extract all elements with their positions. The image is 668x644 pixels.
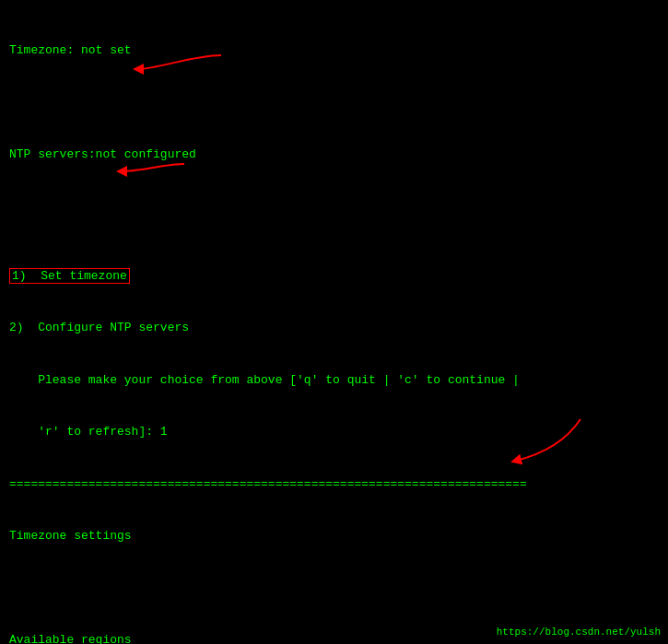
blank-1	[9, 94, 659, 111]
url-label: https://blog.csdn.net/yulsh	[497, 626, 661, 640]
ntp-line: NTP servers:not configured	[9, 146, 659, 164]
menu-help-2: 'r' to refresh]: 1	[9, 424, 659, 441]
tz-settings-1: Timezone settings	[9, 528, 659, 545]
menu-help-1: Please make your choice from above ['q' …	[9, 372, 659, 390]
blank-3	[9, 580, 659, 598]
terminal-window: Timezone: not set NTP servers:not config…	[9, 7, 659, 644]
menu-item-1: 1) Set timezone	[9, 268, 659, 286]
blank-2	[9, 198, 659, 216]
status-line: Timezone: not set	[9, 42, 659, 60]
menu-item-2: 2) Configure NTP servers	[9, 320, 659, 337]
divider-1: ========================================…	[9, 476, 659, 494]
